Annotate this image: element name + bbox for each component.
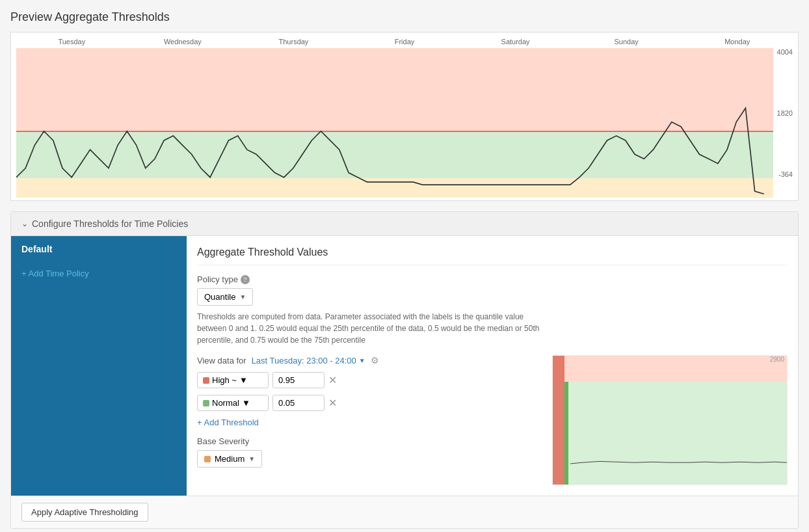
threshold-normal-input[interactable] (272, 395, 325, 411)
day-label-sunday: Sunday (571, 38, 682, 46)
policy-type-value: Quantile (204, 292, 235, 302)
threshold-high-caret-icon: ▼ (239, 375, 248, 385)
sidebar-default-policy[interactable]: Default (11, 236, 187, 262)
base-severity-label: Base Severity (197, 436, 542, 446)
chevron-icon: ⌄ (21, 219, 28, 228)
threshold-high-label: High ~ (212, 375, 237, 385)
view-data-label: View data for (197, 356, 246, 366)
policy-type-help-icon[interactable]: ? (241, 275, 250, 284)
threshold-normal-remove-button[interactable]: ✕ (328, 398, 337, 408)
medium-color-swatch (204, 456, 211, 462)
policy-sidebar: Default + Add Time Policy (11, 236, 187, 496)
thresholds-area: View data for Last Tuesday: 23:00 - 24:0… (197, 355, 788, 485)
policy-type-group: Policy type ? Quantile ▼ Thresholds are … (197, 274, 788, 346)
y-label-bottom: -364 (773, 170, 793, 178)
mini-chart: 2900 (552, 355, 788, 485)
threshold-row-high: High ~ ▼ ✕ (197, 372, 542, 388)
high-color-swatch (203, 377, 209, 384)
threshold-high-select[interactable]: High ~ ▼ (197, 372, 269, 388)
threshold-high-remove-button[interactable]: ✕ (328, 375, 337, 386)
mini-chart-svg (553, 382, 787, 475)
threshold-normal-caret-icon: ▼ (242, 398, 250, 408)
thresholds-left: View data for Last Tuesday: 23:00 - 24:0… (197, 355, 542, 485)
policy-type-label: Policy type ? (197, 274, 788, 284)
gear-icon[interactable]: ⚙ (371, 355, 379, 366)
preview-chart: Tuesday Wednesday Thursday Friday Saturd… (10, 32, 799, 201)
configure-header-label: Configure Thresholds for Time Policies (32, 219, 188, 229)
base-severity-caret-icon: ▼ (248, 455, 255, 462)
apply-btn-area: Apply Adaptive Thresholding (11, 496, 798, 528)
y-axis-labels: 4004 1820 -364 (773, 48, 793, 178)
mini-chart-area: 2900 (552, 355, 788, 485)
add-threshold-button[interactable]: + Add Threshold (197, 418, 542, 427)
aggregate-content: Aggregate Threshold Values Policy type ?… (187, 236, 798, 496)
view-data-link[interactable]: Last Tuesday: 23:00 - 24:00 ▼ (252, 356, 365, 366)
base-severity-select[interactable]: Medium ▼ (197, 450, 262, 468)
mini-y-label: 2900 (770, 356, 784, 363)
day-label-saturday: Saturday (460, 38, 571, 46)
day-label-friday: Friday (349, 38, 460, 46)
threshold-row-normal: Normal ▼ ✕ (197, 395, 542, 411)
configure-body: Default + Add Time Policy Aggregate Thre… (11, 236, 798, 496)
day-labels: Tuesday Wednesday Thursday Friday Saturd… (16, 38, 793, 46)
policy-type-caret-icon: ▼ (239, 293, 246, 300)
configure-section: ⌄ Configure Thresholds for Time Policies… (10, 211, 799, 529)
base-severity-group: Base Severity Medium ▼ (197, 436, 542, 468)
chart-svg (16, 48, 773, 215)
mini-chart-red-zone (553, 356, 787, 382)
day-label-tuesday: Tuesday (16, 38, 127, 46)
policy-type-select[interactable]: Quantile ▼ (197, 288, 253, 306)
policy-description: Thresholds are computed from data. Param… (197, 311, 548, 346)
apply-adaptive-thresholding-button[interactable]: Apply Adaptive Thresholding (21, 503, 148, 522)
normal-color-swatch (203, 400, 209, 406)
base-severity-value: Medium (215, 454, 245, 464)
day-label-wednesday: Wednesday (127, 38, 239, 46)
add-time-policy-button[interactable]: + Add Time Policy (11, 262, 187, 285)
y-label-top: 4004 (773, 48, 793, 56)
configure-header[interactable]: ⌄ Configure Thresholds for Time Policies (11, 212, 798, 236)
main-chart-container: 4004 1820 -364 (16, 48, 793, 198)
threshold-normal-label: Normal (212, 398, 239, 408)
page-title: Preview Aggregate Thresholds (10, 10, 799, 24)
threshold-normal-select[interactable]: Normal ▼ (197, 395, 269, 411)
day-label-monday: Monday (682, 38, 793, 46)
view-data-caret-icon: ▼ (359, 357, 365, 364)
day-label-thursday: Thursday (238, 38, 349, 46)
threshold-high-input[interactable] (272, 372, 325, 388)
view-data-row: View data for Last Tuesday: 23:00 - 24:0… (197, 355, 542, 366)
aggregate-title: Aggregate Threshold Values (197, 246, 788, 265)
y-label-mid: 1820 (773, 109, 793, 117)
